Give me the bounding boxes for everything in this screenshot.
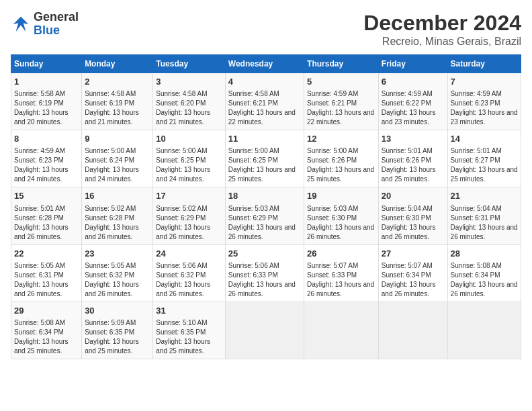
calendar-cell: 1Sunrise: 5:58 AMSunset: 6:19 PMDaylight… bbox=[11, 73, 82, 130]
logo: General Blue bbox=[11, 11, 79, 38]
cell-content: Sunrise: 5:05 AMSunset: 6:31 PMDaylight:… bbox=[14, 261, 79, 299]
header-monday: Monday bbox=[82, 55, 153, 73]
day-number: 24 bbox=[156, 248, 222, 260]
calendar-cell bbox=[447, 302, 521, 359]
calendar-cell: 30Sunrise: 5:09 AMSunset: 6:35 PMDayligh… bbox=[82, 302, 153, 359]
cell-content: Sunrise: 5:00 AMSunset: 6:25 PMDaylight:… bbox=[228, 146, 301, 184]
day-number: 28 bbox=[451, 248, 518, 260]
calendar-cell: 22Sunrise: 5:05 AMSunset: 6:31 PMDayligh… bbox=[11, 244, 82, 302]
week-row-1: 1Sunrise: 5:58 AMSunset: 6:19 PMDaylight… bbox=[11, 73, 521, 130]
cell-content: Sunrise: 4:59 AMSunset: 6:23 PMDaylight:… bbox=[451, 89, 518, 127]
day-number: 20 bbox=[382, 190, 445, 202]
cell-content: Sunrise: 5:00 AMSunset: 6:26 PMDaylight:… bbox=[307, 146, 375, 184]
day-number: 10 bbox=[156, 133, 222, 145]
calendar-cell bbox=[225, 302, 304, 359]
cell-content: Sunrise: 4:58 AMSunset: 6:19 PMDaylight:… bbox=[85, 89, 150, 127]
day-number: 29 bbox=[14, 305, 79, 317]
day-number: 14 bbox=[451, 133, 518, 145]
page-subtitle: Recreio, Minas Gerais, Brazil bbox=[363, 36, 521, 48]
day-number: 16 bbox=[85, 190, 150, 202]
cell-content: Sunrise: 4:59 AMSunset: 6:21 PMDaylight:… bbox=[307, 89, 375, 127]
calendar-cell: 9Sunrise: 5:00 AMSunset: 6:24 PMDaylight… bbox=[82, 130, 153, 187]
header-thursday: Thursday bbox=[304, 55, 379, 73]
calendar-cell: 23Sunrise: 5:05 AMSunset: 6:32 PMDayligh… bbox=[82, 244, 153, 302]
calendar-cell bbox=[304, 302, 379, 359]
svg-marker-0 bbox=[13, 17, 29, 32]
day-number: 2 bbox=[85, 76, 150, 88]
day-number: 9 bbox=[85, 133, 150, 145]
cell-content: Sunrise: 5:06 AMSunset: 6:32 PMDaylight:… bbox=[156, 261, 222, 299]
day-number: 3 bbox=[156, 76, 222, 88]
calendar-cell: 2Sunrise: 4:58 AMSunset: 6:19 PMDaylight… bbox=[82, 73, 153, 130]
calendar-cell bbox=[378, 302, 447, 359]
day-number: 31 bbox=[156, 305, 222, 317]
header-sunday: Sunday bbox=[11, 55, 82, 73]
week-row-4: 22Sunrise: 5:05 AMSunset: 6:31 PMDayligh… bbox=[11, 244, 521, 302]
calendar-cell: 24Sunrise: 5:06 AMSunset: 6:32 PMDayligh… bbox=[153, 244, 225, 302]
cell-content: Sunrise: 5:03 AMSunset: 6:30 PMDaylight:… bbox=[307, 204, 375, 242]
cell-content: Sunrise: 5:58 AMSunset: 6:19 PMDaylight:… bbox=[14, 89, 79, 127]
calendar-header-row: SundayMondayTuesdayWednesdayThursdayFrid… bbox=[11, 55, 521, 73]
calendar-table: SundayMondayTuesdayWednesdayThursdayFrid… bbox=[11, 54, 521, 359]
calendar-cell: 31Sunrise: 5:10 AMSunset: 6:35 PMDayligh… bbox=[153, 302, 225, 359]
cell-content: Sunrise: 5:00 AMSunset: 6:25 PMDaylight:… bbox=[156, 146, 222, 184]
day-number: 15 bbox=[14, 190, 79, 202]
page-title: December 2024 bbox=[363, 11, 521, 36]
day-number: 1 bbox=[14, 76, 79, 88]
calendar-cell: 12Sunrise: 5:00 AMSunset: 6:26 PMDayligh… bbox=[304, 130, 379, 187]
cell-content: Sunrise: 4:58 AMSunset: 6:21 PMDaylight:… bbox=[228, 89, 301, 127]
header-tuesday: Tuesday bbox=[153, 55, 225, 73]
day-number: 25 bbox=[228, 248, 301, 260]
cell-content: Sunrise: 5:07 AMSunset: 6:34 PMDaylight:… bbox=[382, 261, 445, 299]
day-number: 26 bbox=[307, 248, 375, 260]
logo-text: General Blue bbox=[34, 11, 79, 38]
header-saturday: Saturday bbox=[447, 55, 521, 73]
cell-content: Sunrise: 5:06 AMSunset: 6:33 PMDaylight:… bbox=[228, 261, 301, 299]
calendar-cell: 18Sunrise: 5:03 AMSunset: 6:29 PMDayligh… bbox=[225, 187, 304, 244]
cell-content: Sunrise: 4:59 AMSunset: 6:23 PMDaylight:… bbox=[14, 146, 79, 184]
logo-icon bbox=[11, 14, 31, 34]
calendar-cell: 27Sunrise: 5:07 AMSunset: 6:34 PMDayligh… bbox=[378, 244, 447, 302]
calendar-cell: 14Sunrise: 5:01 AMSunset: 6:27 PMDayligh… bbox=[447, 130, 521, 187]
cell-content: Sunrise: 5:07 AMSunset: 6:33 PMDaylight:… bbox=[307, 261, 375, 299]
calendar-cell: 19Sunrise: 5:03 AMSunset: 6:30 PMDayligh… bbox=[304, 187, 379, 244]
cell-content: Sunrise: 5:02 AMSunset: 6:28 PMDaylight:… bbox=[85, 204, 150, 242]
day-number: 8 bbox=[14, 133, 79, 145]
calendar-cell: 3Sunrise: 4:58 AMSunset: 6:20 PMDaylight… bbox=[153, 73, 225, 130]
cell-content: Sunrise: 5:08 AMSunset: 6:34 PMDaylight:… bbox=[14, 318, 79, 356]
cell-content: Sunrise: 5:04 AMSunset: 6:30 PMDaylight:… bbox=[382, 204, 445, 242]
day-number: 7 bbox=[451, 76, 518, 88]
calendar-cell: 8Sunrise: 4:59 AMSunset: 6:23 PMDaylight… bbox=[11, 130, 82, 187]
day-number: 12 bbox=[307, 133, 375, 145]
header-wednesday: Wednesday bbox=[225, 55, 304, 73]
week-row-5: 29Sunrise: 5:08 AMSunset: 6:34 PMDayligh… bbox=[11, 302, 521, 359]
week-row-3: 15Sunrise: 5:01 AMSunset: 6:28 PMDayligh… bbox=[11, 187, 521, 244]
calendar-cell: 20Sunrise: 5:04 AMSunset: 6:30 PMDayligh… bbox=[378, 187, 447, 244]
cell-content: Sunrise: 5:00 AMSunset: 6:24 PMDaylight:… bbox=[85, 146, 150, 184]
day-number: 13 bbox=[382, 133, 445, 145]
cell-content: Sunrise: 5:01 AMSunset: 6:28 PMDaylight:… bbox=[14, 204, 79, 242]
calendar-cell: 16Sunrise: 5:02 AMSunset: 6:28 PMDayligh… bbox=[82, 187, 153, 244]
cell-content: Sunrise: 5:09 AMSunset: 6:35 PMDaylight:… bbox=[85, 318, 150, 356]
calendar-cell: 21Sunrise: 5:04 AMSunset: 6:31 PMDayligh… bbox=[447, 187, 521, 244]
cell-content: Sunrise: 5:10 AMSunset: 6:35 PMDaylight:… bbox=[156, 318, 222, 356]
calendar-cell: 26Sunrise: 5:07 AMSunset: 6:33 PMDayligh… bbox=[304, 244, 379, 302]
calendar-cell: 6Sunrise: 4:59 AMSunset: 6:22 PMDaylight… bbox=[378, 73, 447, 130]
calendar-cell: 28Sunrise: 5:08 AMSunset: 6:34 PMDayligh… bbox=[447, 244, 521, 302]
cell-content: Sunrise: 5:01 AMSunset: 6:26 PMDaylight:… bbox=[382, 146, 445, 184]
calendar-cell: 4Sunrise: 4:58 AMSunset: 6:21 PMDaylight… bbox=[225, 73, 304, 130]
day-number: 11 bbox=[228, 133, 301, 145]
day-number: 22 bbox=[14, 248, 79, 260]
cell-content: Sunrise: 5:01 AMSunset: 6:27 PMDaylight:… bbox=[451, 146, 518, 184]
calendar-cell: 13Sunrise: 5:01 AMSunset: 6:26 PMDayligh… bbox=[378, 130, 447, 187]
calendar-cell: 5Sunrise: 4:59 AMSunset: 6:21 PMDaylight… bbox=[304, 73, 379, 130]
cell-content: Sunrise: 5:08 AMSunset: 6:34 PMDaylight:… bbox=[451, 261, 518, 299]
day-number: 21 bbox=[451, 190, 518, 202]
day-number: 27 bbox=[382, 248, 445, 260]
cell-content: Sunrise: 4:58 AMSunset: 6:20 PMDaylight:… bbox=[156, 89, 222, 127]
cell-content: Sunrise: 5:02 AMSunset: 6:29 PMDaylight:… bbox=[156, 204, 222, 242]
calendar-cell: 10Sunrise: 5:00 AMSunset: 6:25 PMDayligh… bbox=[153, 130, 225, 187]
day-number: 30 bbox=[85, 305, 150, 317]
day-number: 23 bbox=[85, 248, 150, 260]
calendar-cell: 17Sunrise: 5:02 AMSunset: 6:29 PMDayligh… bbox=[153, 187, 225, 244]
